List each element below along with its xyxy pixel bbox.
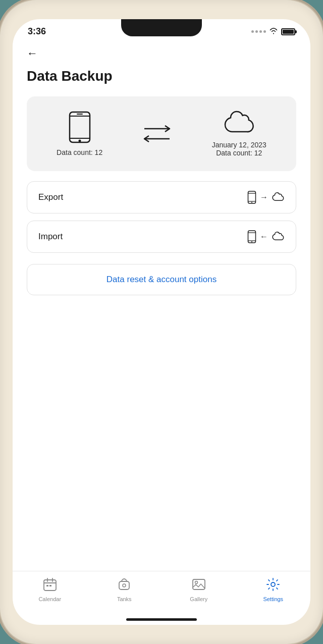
phone-large-icon <box>68 111 92 143</box>
sync-card: Data count: 12 January 12, 202 <box>27 96 296 171</box>
back-button[interactable]: ← <box>27 41 296 68</box>
phone-frame: 3:36 <box>0 0 323 644</box>
svg-point-11 <box>251 202 252 203</box>
phone-export-icon <box>247 191 256 204</box>
export-label: Export <box>38 192 63 202</box>
gallery-icon <box>192 577 206 594</box>
svg-point-26 <box>271 582 275 586</box>
screen-content: ← Data Backup Data count: 12 <box>13 41 310 571</box>
svg-rect-24 <box>193 579 205 589</box>
arrow-left-icon: ← <box>260 232 268 241</box>
cloud-info: January 12, 2023 Data count: 12 <box>212 141 266 157</box>
battery-icon <box>281 28 295 35</box>
svg-point-23 <box>123 584 126 587</box>
svg-rect-20 <box>46 585 48 586</box>
device-count-label: Data count: 12 <box>57 148 102 156</box>
cloud-date: January 12, 2023 <box>212 141 266 149</box>
back-arrow-icon: ← <box>27 47 38 60</box>
notch <box>121 19 202 36</box>
settings-icon <box>266 577 280 594</box>
svg-rect-5 <box>77 114 83 115</box>
import-label: Import <box>38 232 63 242</box>
svg-point-15 <box>251 241 252 242</box>
import-button[interactable]: Import ← <box>27 221 296 253</box>
tab-tanks-label: Tanks <box>117 596 132 602</box>
tab-settings-label: Settings <box>263 596 283 602</box>
calendar-icon <box>43 577 57 594</box>
cloud-section: January 12, 2023 Data count: 12 <box>212 111 266 157</box>
export-icon-group: → <box>247 191 285 204</box>
page-title: Data Backup <box>27 68 296 84</box>
status-icons <box>251 27 295 36</box>
tanks-icon <box>117 577 131 594</box>
phone-screen: 3:36 <box>13 19 310 625</box>
tab-settings[interactable]: Settings <box>236 577 311 602</box>
device-section: Data count: 12 <box>57 111 102 156</box>
export-button[interactable]: Export → <box>27 181 296 213</box>
cloud-import-icon <box>272 232 285 242</box>
wifi-icon <box>269 27 278 36</box>
svg-rect-22 <box>119 581 129 589</box>
status-time: 3:36 <box>28 26 46 37</box>
import-icon-group: ← <box>247 230 285 243</box>
reset-account-button[interactable]: Data reset & account options <box>27 264 296 295</box>
tab-tanks[interactable]: Tanks <box>87 577 162 602</box>
sync-arrows <box>142 124 172 144</box>
phone-import-icon <box>247 230 256 243</box>
cloud-count: Data count: 12 <box>212 149 266 157</box>
tab-gallery[interactable]: Gallery <box>162 577 236 602</box>
arrow-right-icon: → <box>260 193 268 202</box>
svg-point-4 <box>78 140 81 142</box>
tab-gallery-label: Gallery <box>190 596 207 602</box>
tab-calendar-label: Calendar <box>38 596 61 602</box>
svg-rect-21 <box>49 585 51 586</box>
cloud-export-icon <box>272 192 285 202</box>
signal-dots-icon <box>251 30 266 33</box>
tab-calendar[interactable]: Calendar <box>13 577 87 602</box>
cloud-large-icon <box>223 111 255 137</box>
tab-bar: Calendar Tanks <box>13 571 310 616</box>
home-indicator <box>126 618 197 621</box>
reset-label: Data reset & account options <box>106 275 217 285</box>
sync-arrows-icon <box>142 124 172 144</box>
svg-point-25 <box>195 581 197 584</box>
